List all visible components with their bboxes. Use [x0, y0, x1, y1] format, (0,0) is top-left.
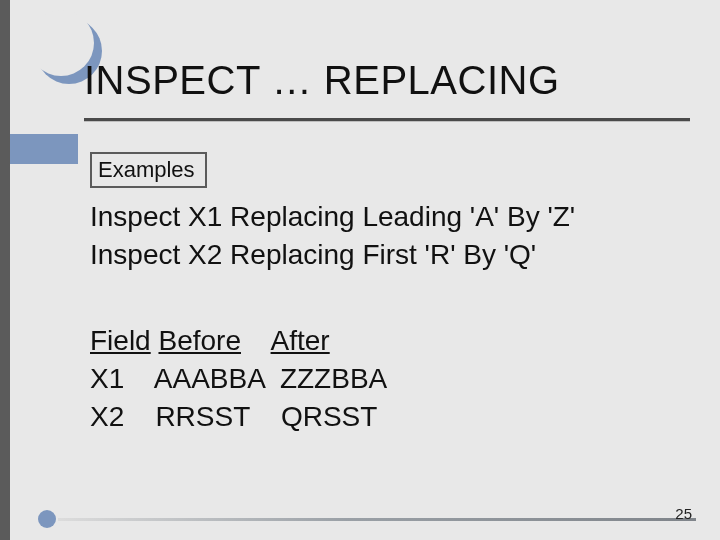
left-margin-strip [0, 0, 10, 540]
accent-band [10, 134, 78, 164]
footer-bullet-icon [38, 510, 56, 528]
slide-number: 25 [675, 505, 692, 522]
cell-before: RRSST [155, 401, 249, 432]
footer-divider [58, 518, 696, 521]
cell-before: AAABBA [154, 363, 265, 394]
code-line: Inspect X2 Replacing First 'R' By 'Q' [90, 236, 575, 274]
examples-label-box: Examples [90, 152, 207, 188]
code-example-block: Inspect X1 Replacing Leading 'A' By 'Z' … [90, 198, 575, 274]
result-table: Field Before After X1 AAABBA ZZZBBA X2 R… [90, 322, 387, 435]
header-before: Before [158, 325, 241, 356]
table-row: X2 RRSST QRSST [90, 398, 387, 436]
slide: INSPECT … REPLACING Examples Inspect X1 … [0, 0, 720, 540]
table-header-row: Field Before After [90, 322, 387, 360]
title-underline-shadow [84, 121, 690, 122]
code-line: Inspect X1 Replacing Leading 'A' By 'Z' [90, 198, 575, 236]
cell-field: X2 [90, 401, 124, 432]
cell-field: X1 [90, 363, 124, 394]
header-field: Field [90, 325, 151, 356]
cell-after: QRSST [281, 401, 377, 432]
cell-after: ZZZBBA [280, 363, 387, 394]
header-after: After [271, 325, 330, 356]
table-row: X1 AAABBA ZZZBBA [90, 360, 387, 398]
slide-title: INSPECT … REPLACING [84, 58, 560, 103]
